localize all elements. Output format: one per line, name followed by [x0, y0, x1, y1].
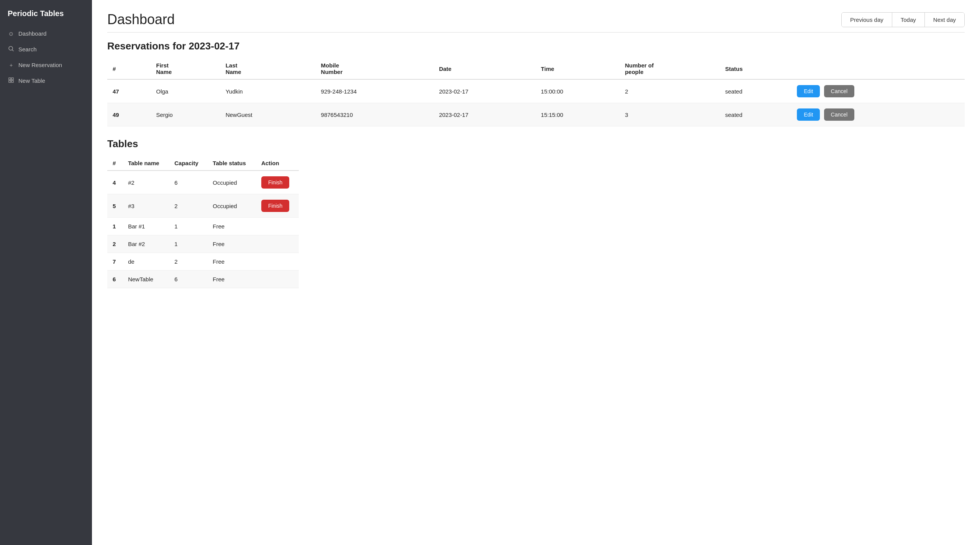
sidebar-item-new-table[interactable]: New Table [0, 73, 92, 89]
tbl-id: 6 [107, 271, 123, 288]
reservations-tbody: 47 Olga Yudkin 929-248-1234 2023-02-17 1… [107, 79, 965, 126]
col-header-id: # [107, 58, 151, 79]
res-mobile: 929-248-1234 [316, 79, 434, 103]
svg-rect-5 [11, 80, 13, 82]
tbl-name: de [123, 253, 169, 271]
res-id: 47 [107, 79, 151, 103]
sidebar-item-search[interactable]: Search [0, 41, 92, 57]
res-first-name: Olga [151, 79, 220, 103]
tbl-status: Free [207, 235, 256, 253]
finish-button[interactable]: Finish [261, 176, 289, 189]
res-time: 15:15:00 [536, 103, 619, 126]
sidebar-label-dashboard: Dashboard [18, 30, 46, 37]
finish-button[interactable]: Finish [261, 200, 289, 212]
next-day-button[interactable]: Next day [925, 13, 964, 27]
tbl-action: Finish [256, 194, 299, 218]
res-first-name: Sergio [151, 103, 220, 126]
tbl-name: #2 [123, 171, 169, 194]
sidebar-label-search: Search [18, 46, 37, 53]
tbl-name: NewTable [123, 271, 169, 288]
edit-button[interactable]: Edit [797, 108, 820, 121]
day-navigation: Previous day Today Next day [841, 12, 965, 27]
reservations-section: Reservations for 2023-02-17 # FirstName … [107, 40, 965, 126]
table-row: 4 #2 6 Occupied Finish [107, 171, 299, 194]
cancel-button[interactable]: Cancel [824, 85, 855, 97]
res-mobile: 9876543210 [316, 103, 434, 126]
tcol-action: Action [256, 156, 299, 171]
col-header-status: Status [720, 58, 792, 79]
res-date: 2023-02-17 [434, 79, 536, 103]
col-header-people: Number ofpeople [619, 58, 720, 79]
table-row: 2 Bar #2 1 Free [107, 235, 299, 253]
res-actions: Edit Cancel [792, 79, 965, 103]
tbl-status: Free [207, 271, 256, 288]
tcol-id: # [107, 156, 123, 171]
tbl-action [256, 218, 299, 235]
res-last-name: Yudkin [220, 79, 316, 103]
res-status: seated [720, 103, 792, 126]
header-row: Dashboard Previous day Today Next day [107, 11, 965, 28]
tbl-capacity: 2 [169, 194, 207, 218]
previous-day-button[interactable]: Previous day [842, 13, 892, 27]
table-row: 49 Sergio NewGuest 9876543210 2023-02-17… [107, 103, 965, 126]
search-icon [8, 46, 15, 53]
tbl-name: Bar #1 [123, 218, 169, 235]
tcol-status: Table status [207, 156, 256, 171]
col-header-time: Time [536, 58, 619, 79]
tbl-action [256, 253, 299, 271]
table-row: 7 de 2 Free [107, 253, 299, 271]
tbl-status: Free [207, 253, 256, 271]
reservations-table: # FirstName LastName MobileNumber Date T… [107, 58, 965, 126]
sidebar: Periodic Tables ⊙ Dashboard Search + New… [0, 0, 92, 545]
res-people: 2 [619, 79, 720, 103]
table-row: 6 NewTable 6 Free [107, 271, 299, 288]
tbl-status: Occupied [207, 171, 256, 194]
res-time: 15:00:00 [536, 79, 619, 103]
plus-icon: + [8, 62, 15, 68]
tcol-capacity: Capacity [169, 156, 207, 171]
dashboard-icon: ⊙ [8, 31, 15, 37]
svg-rect-4 [9, 80, 11, 82]
res-actions: Edit Cancel [792, 103, 965, 126]
table-row: 5 #3 2 Occupied Finish [107, 194, 299, 218]
tbl-name: Bar #2 [123, 235, 169, 253]
res-id: 49 [107, 103, 151, 126]
tbl-capacity: 6 [169, 271, 207, 288]
tbl-id: 1 [107, 218, 123, 235]
tbl-id: 5 [107, 194, 123, 218]
sidebar-label-new-table: New Table [18, 77, 45, 84]
tbl-action [256, 271, 299, 288]
edit-button[interactable]: Edit [797, 85, 820, 97]
sidebar-label-new-reservation: New Reservation [18, 62, 62, 68]
main-content: Dashboard Previous day Today Next day Re… [92, 0, 980, 545]
tables-section: Tables # Table name Capacity Table statu… [107, 138, 965, 288]
svg-line-1 [12, 50, 13, 51]
tbl-status: Free [207, 218, 256, 235]
tbl-id: 2 [107, 235, 123, 253]
col-header-first-name: FirstName [151, 58, 220, 79]
table-row: 47 Olga Yudkin 929-248-1234 2023-02-17 1… [107, 79, 965, 103]
tables-table: # Table name Capacity Table status Actio… [107, 156, 299, 288]
tables-title: Tables [107, 138, 965, 150]
col-header-last-name: LastName [220, 58, 316, 79]
tbl-status: Occupied [207, 194, 256, 218]
tables-tbody: 4 #2 6 Occupied Finish 5 #3 2 Occupied F… [107, 171, 299, 288]
table-icon [8, 77, 15, 84]
reservations-thead: # FirstName LastName MobileNumber Date T… [107, 58, 965, 79]
svg-rect-2 [9, 78, 11, 80]
col-header-mobile: MobileNumber [316, 58, 434, 79]
cancel-button[interactable]: Cancel [824, 108, 855, 121]
tbl-name: #3 [123, 194, 169, 218]
table-row: 1 Bar #1 1 Free [107, 218, 299, 235]
tbl-action [256, 235, 299, 253]
reservations-title: Reservations for 2023-02-17 [107, 40, 965, 52]
sidebar-item-new-reservation[interactable]: + New Reservation [0, 57, 92, 73]
reservations-header-row: # FirstName LastName MobileNumber Date T… [107, 58, 965, 79]
sidebar-item-dashboard[interactable]: ⊙ Dashboard [0, 26, 92, 41]
tbl-capacity: 6 [169, 171, 207, 194]
col-header-actions [792, 58, 965, 79]
today-button[interactable]: Today [892, 13, 925, 27]
tbl-action: Finish [256, 171, 299, 194]
header-divider [107, 32, 965, 33]
sidebar-nav: ⊙ Dashboard Search + New Reservation [0, 26, 92, 89]
